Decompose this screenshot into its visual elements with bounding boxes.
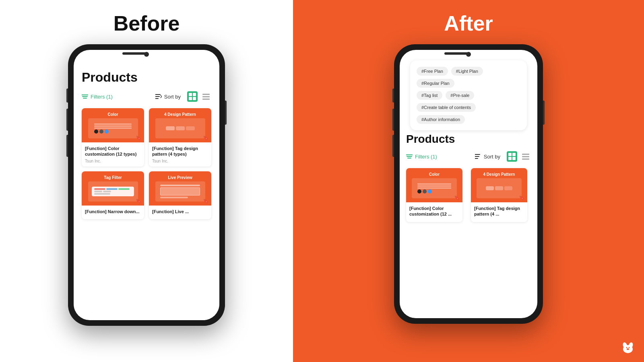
before-grid-view-button[interactable] (187, 91, 198, 102)
product-card-info: [Function] Narrow down... (82, 206, 144, 219)
tag-chip[interactable]: #Free Plan (417, 67, 448, 76)
tag-chip[interactable]: #Tag list (417, 91, 442, 100)
product-card-image: Color (82, 108, 144, 142)
before-phone-screen: Products Filters (1) (74, 50, 219, 320)
bookmark-icon: 🔖 (454, 195, 460, 201)
tag-chip[interactable]: #Pre-sale (446, 91, 474, 100)
tag-chip[interactable]: #Create table of contents (417, 103, 476, 112)
before-list-view-button[interactable] (201, 91, 211, 102)
bookmark-icon: 🔖 (136, 198, 142, 204)
svg-point-18 (627, 348, 629, 350)
after-list-view-button[interactable] (520, 151, 531, 162)
after-product-grid: Color (406, 168, 531, 222)
product-card-mockup (412, 178, 457, 198)
grid-icon-after (507, 151, 517, 162)
product-card-mockup (88, 118, 138, 138)
after-tag-filter-box: #Free Plan #Light Plan #Regular Plan #Ta… (410, 60, 527, 130)
product-card-info: [Function] Live ... (149, 206, 211, 219)
before-screen-content: Products Filters (1) (74, 50, 219, 320)
phone-speaker (122, 52, 147, 55)
after-page-title: Products (406, 133, 531, 146)
bookmark-icon: 🔖 (519, 195, 525, 201)
before-phone-frame: Products Filters (1) (68, 44, 225, 326)
phone-btn-left-3 (66, 135, 68, 157)
before-toolbar: Filters (1) Sort by (82, 91, 211, 102)
product-card-title: [Function] Color customization (12 ... (409, 206, 459, 217)
before-filter-label: Filters (1) (91, 94, 113, 100)
product-card-info: [Function] Color customization (12 ... (406, 202, 462, 222)
product-card-title: [Function] Tag design pattern (4 ... (474, 206, 524, 217)
product-card[interactable]: Live Preview 🔖 [Function (149, 171, 211, 219)
tag-chip[interactable]: #Light Plan (451, 67, 483, 76)
before-panel: Before Products Filters (1) (0, 0, 293, 362)
bookmark-icon: 🔖 (136, 135, 142, 141)
product-card-label: Live Preview (168, 175, 192, 180)
phone-btn-left-2-after (392, 109, 394, 131)
sort-icon-after (475, 154, 481, 159)
tag-row-4: #Author information (417, 115, 520, 124)
product-card-image: 4 Design Pattern 🔖 (149, 108, 211, 142)
before-sort-button[interactable]: Sort by (155, 94, 181, 100)
after-title: After (444, 11, 493, 35)
tag-row-2: #Tag list #Pre-sale (417, 91, 520, 100)
after-view-icons (507, 151, 531, 162)
tag-row-3: #Create table of contents (417, 103, 520, 112)
before-title: Before (114, 11, 180, 35)
product-card-info: [Function] Tag design pattern (4 types) … (149, 142, 211, 167)
product-card-label: Tag Filter (104, 175, 122, 180)
product-card[interactable]: 4 Design Pattern 🔖 [Func (471, 168, 527, 222)
dog-logo (620, 339, 636, 356)
grid-icon (187, 91, 198, 102)
product-card-mockup (155, 118, 205, 138)
sort-icon (155, 94, 162, 99)
before-filter-button[interactable]: Filters (1) (82, 94, 113, 100)
before-product-grid: Color (82, 108, 211, 219)
product-card-info: [Function] Color customization (12 types… (82, 142, 144, 167)
after-sort-button[interactable]: Sort by (475, 154, 500, 160)
product-card-mockup (155, 181, 205, 202)
product-card-title: [Function] Narrow down... (85, 209, 141, 214)
product-card-image: Live Preview 🔖 (149, 171, 211, 206)
after-grid-view-button[interactable] (507, 151, 517, 162)
svg-point-16 (626, 347, 627, 348)
phone-camera-after (466, 52, 471, 57)
after-panel: After #Free Plan #Light Plan #Regular Pl… (293, 0, 644, 362)
after-phone-frame: #Free Plan #Light Plan #Regular Plan #Ta… (394, 44, 543, 324)
product-card-image: Tag Filter (82, 171, 144, 206)
tag-chip[interactable]: #Author information (417, 115, 465, 124)
before-page-title: Products (82, 70, 211, 85)
after-phone-screen: #Free Plan #Light Plan #Regular Plan #Ta… (400, 50, 537, 318)
phone-btn-right-after (543, 101, 545, 125)
phone-btn-left-1 (66, 88, 68, 103)
product-card[interactable]: 4 Design Pattern 🔖 [Func (149, 108, 211, 167)
filter-icon-after (406, 154, 413, 159)
product-card[interactable]: Tag Filter (82, 171, 144, 219)
after-filter-label: Filters (1) (415, 154, 437, 160)
bookmark-icon: 🔖 (203, 198, 209, 204)
product-card-mockup (477, 178, 522, 198)
product-card-image: 4 Design Pattern 🔖 (471, 168, 527, 202)
before-view-icons (187, 91, 211, 102)
product-card-title: [Function] Color customization (12 types… (85, 146, 141, 157)
tag-chip[interactable]: #Regular Plan (417, 79, 454, 88)
phone-btn-left-3-after (392, 135, 394, 157)
product-card[interactable]: Color (406, 168, 462, 222)
after-toolbar: Filters (1) Sort by (406, 151, 531, 162)
before-sort-label: Sort by (164, 94, 181, 100)
product-card-title: [Function] Live ... (152, 209, 208, 214)
tag-row-1: #Free Plan #Light Plan #Regular Plan (417, 67, 520, 88)
after-filter-button[interactable]: Filters (1) (406, 154, 437, 160)
product-card-title: [Function] Tag design pattern (4 types) (152, 146, 208, 157)
product-card-image: Color (406, 168, 462, 202)
product-card-author: Tsun Inc. (85, 159, 141, 163)
product-card[interactable]: Color (82, 108, 144, 167)
after-screen-content: #Free Plan #Light Plan #Regular Plan #Ta… (400, 50, 537, 318)
product-card-label: 4 Design Pattern (164, 112, 196, 117)
product-card-author: Tsun Inc. (152, 159, 208, 163)
bookmark-icon: 🔖 (203, 135, 209, 141)
phone-btn-left-2 (66, 109, 68, 131)
product-card-label: 4 Design Pattern (483, 172, 515, 177)
product-card-label: Color (107, 112, 118, 117)
phone-camera (144, 52, 149, 57)
product-card-mockup (88, 181, 138, 202)
